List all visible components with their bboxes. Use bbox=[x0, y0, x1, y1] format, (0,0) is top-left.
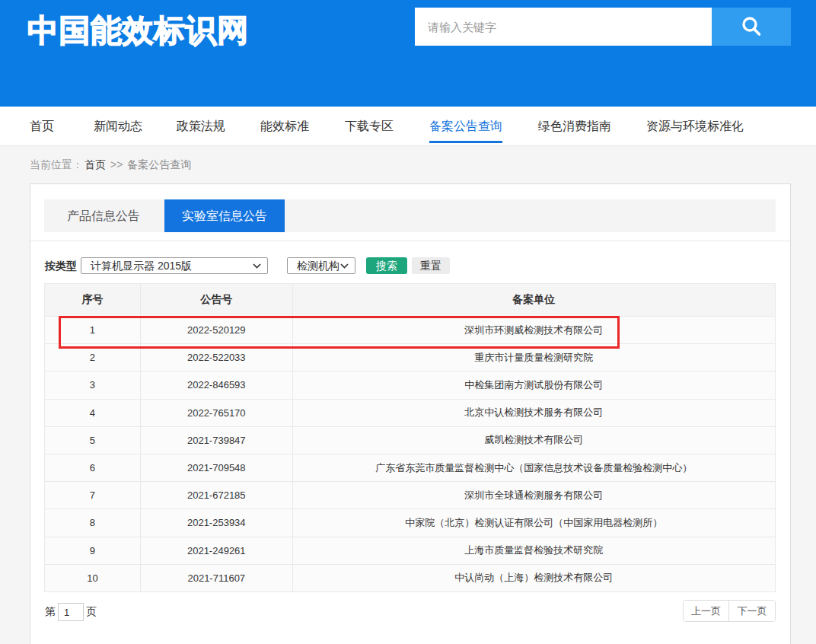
header-search-bar bbox=[415, 8, 791, 46]
table-cell: 2022-765170 bbox=[141, 400, 293, 427]
site-logo[interactable]: 中国能效标识网 bbox=[27, 10, 249, 51]
table-cell: 中认尚动（上海）检测技术有限公司 bbox=[293, 565, 776, 592]
table-cell: 8 bbox=[45, 509, 141, 537]
pagination: 第 页 上一页 下一页 bbox=[30, 600, 790, 623]
table-cell: 威凯检测技术有限公司 bbox=[293, 427, 776, 454]
tabs-divider bbox=[30, 241, 790, 241]
table-cell: 中家院（北京）检测认证有限公司（中国家用电器检测所） bbox=[293, 509, 776, 537]
main-nav: 首页新闻动态政策法规能效标准下载专区备案公告查询绿色消费指南资源与环境标准化 bbox=[0, 107, 816, 146]
chevron-down-icon bbox=[253, 263, 261, 269]
results-table: 序号公告号备案单位12022-520129深圳市环测威检测技术有限公司22022… bbox=[44, 283, 776, 592]
page-prefix: 第 bbox=[45, 605, 56, 619]
table-cell: 广东省东莞市质量监督检测中心（国家信息技术设备质量检验检测中心） bbox=[293, 454, 776, 482]
table-cell: 深圳市全球通检测服务有限公司 bbox=[293, 482, 776, 509]
table-row[interactable]: 22022-522033重庆市计量质量检测研究院 bbox=[45, 344, 776, 371]
nav-item-8[interactable]: 资源与环境标准化 bbox=[646, 107, 744, 145]
table-cell: 重庆市计量质量检测研究院 bbox=[293, 344, 776, 371]
table-cell: 2021-249261 bbox=[141, 537, 293, 565]
column-header: 公告号 bbox=[141, 284, 293, 317]
table-cell: 上海市质量监督检验技术研究院 bbox=[293, 537, 776, 565]
table-row[interactable]: 52021-739847威凯检测技术有限公司 bbox=[45, 427, 776, 454]
table-cell: 9 bbox=[45, 537, 141, 565]
nav-item-3[interactable]: 政策法规 bbox=[177, 107, 225, 145]
page: 中国能效标识网 首页新闻动态政策法规能效标准下载专区备案公告查询绿色消费指南资源… bbox=[0, 0, 816, 644]
table-cell: 北京中认检测技术服务有限公司 bbox=[293, 400, 776, 427]
nav-item-7[interactable]: 绿色消费指南 bbox=[538, 107, 611, 145]
page-number-input[interactable] bbox=[58, 603, 84, 621]
filter-search-button[interactable]: 搜索 bbox=[366, 257, 407, 274]
nav-item-5[interactable]: 下载专区 bbox=[345, 107, 394, 145]
agency-select-value: 检测机构 bbox=[297, 260, 339, 272]
nav-item-6[interactable]: 备案公告查询 bbox=[429, 107, 502, 145]
table-row[interactable]: 72021-672185深圳市全球通检测服务有限公司 bbox=[45, 482, 776, 509]
prev-page-button[interactable]: 上一页 bbox=[684, 601, 729, 621]
filter-reset-button[interactable]: 重置 bbox=[412, 257, 450, 274]
content-panel: 产品信息公告实验室信息公告 按类型 计算机显示器 2015版 检测机构 搜索 重… bbox=[30, 183, 791, 644]
table-row[interactable]: 42022-765170北京中认检测技术服务有限公司 bbox=[45, 400, 776, 427]
table-cell: 1 bbox=[45, 317, 141, 344]
agency-select[interactable]: 检测机构 bbox=[287, 257, 355, 274]
breadcrumb-prefix: 当前位置： bbox=[30, 158, 83, 171]
breadcrumb: 当前位置：首页>>备案公告查询 bbox=[30, 146, 191, 183]
next-page-button[interactable]: 下一页 bbox=[729, 601, 775, 621]
table-cell: 2021-739847 bbox=[141, 427, 293, 454]
table-cell: 5 bbox=[45, 427, 141, 454]
table-cell: 6 bbox=[45, 454, 141, 482]
nav-item-4[interactable]: 能效标准 bbox=[260, 107, 309, 145]
column-header: 序号 bbox=[45, 284, 141, 317]
table-cell: 10 bbox=[45, 565, 141, 592]
table-cell: 3 bbox=[45, 371, 141, 399]
table-cell: 7 bbox=[45, 482, 141, 509]
table-row[interactable]: 12022-520129深圳市环测威检测技术有限公司 bbox=[45, 317, 776, 344]
filter-label: 按类型 bbox=[45, 257, 77, 274]
table-cell: 深圳市环测威检测技术有限公司 bbox=[293, 317, 776, 344]
pager-buttons: 上一页 下一页 bbox=[683, 600, 776, 622]
table-cell: 2022-522033 bbox=[141, 344, 293, 371]
table-cell: 2021-711607 bbox=[141, 565, 293, 592]
column-header: 备案单位 bbox=[293, 284, 776, 317]
table-cell: 2022-846593 bbox=[141, 371, 293, 399]
breadcrumb-separator: >> bbox=[110, 158, 123, 171]
nav-item-1[interactable]: 首页 bbox=[30, 107, 54, 145]
filter-bar: 按类型 计算机显示器 2015版 检测机构 搜索 重置 bbox=[30, 257, 790, 274]
breadcrumb-home-link[interactable]: 首页 bbox=[84, 158, 106, 171]
type-select[interactable]: 计算机显示器 2015版 bbox=[81, 257, 268, 274]
page-number-group: 第 页 bbox=[45, 601, 97, 623]
search-button[interactable] bbox=[712, 8, 791, 46]
tab-strip: 产品信息公告实验室信息公告 bbox=[44, 199, 776, 232]
table-row[interactable]: 82021-253934中家院（北京）检测认证有限公司（中国家用电器检测所） bbox=[45, 509, 776, 537]
table-cell: 2021-672185 bbox=[141, 482, 293, 509]
table-cell: 2022-520129 bbox=[141, 317, 293, 344]
magnifier-icon bbox=[739, 14, 763, 39]
table-cell: 中检集团南方测试股份有限公司 bbox=[293, 371, 776, 399]
site-header: 中国能效标识网 bbox=[0, 0, 816, 107]
tab-1[interactable]: 产品信息公告 bbox=[44, 199, 163, 232]
search-input[interactable] bbox=[415, 8, 712, 46]
table-row[interactable]: 102021-711607中认尚动（上海）检测技术有限公司 bbox=[45, 565, 776, 592]
chevron-down-icon bbox=[340, 263, 349, 269]
table-cell: 2 bbox=[45, 344, 141, 371]
table-header-row: 序号公告号备案单位 bbox=[45, 284, 776, 317]
type-select-value: 计算机显示器 2015版 bbox=[91, 260, 192, 272]
table-cell: 4 bbox=[45, 400, 141, 427]
table-row[interactable]: 32022-846593中检集团南方测试股份有限公司 bbox=[45, 371, 776, 399]
table-cell: 2021-709548 bbox=[141, 454, 293, 482]
tab-2[interactable]: 实验室信息公告 bbox=[164, 199, 285, 232]
table-row[interactable]: 62021-709548广东省东莞市质量监督检测中心（国家信息技术设备质量检验检… bbox=[45, 454, 776, 482]
table-cell: 2021-253934 bbox=[141, 509, 293, 537]
page-suffix: 页 bbox=[86, 605, 97, 619]
breadcrumb-current: 备案公告查询 bbox=[127, 158, 191, 171]
nav-item-2[interactable]: 新闻动态 bbox=[94, 107, 142, 145]
table-row[interactable]: 92021-249261上海市质量监督检验技术研究院 bbox=[45, 537, 776, 565]
